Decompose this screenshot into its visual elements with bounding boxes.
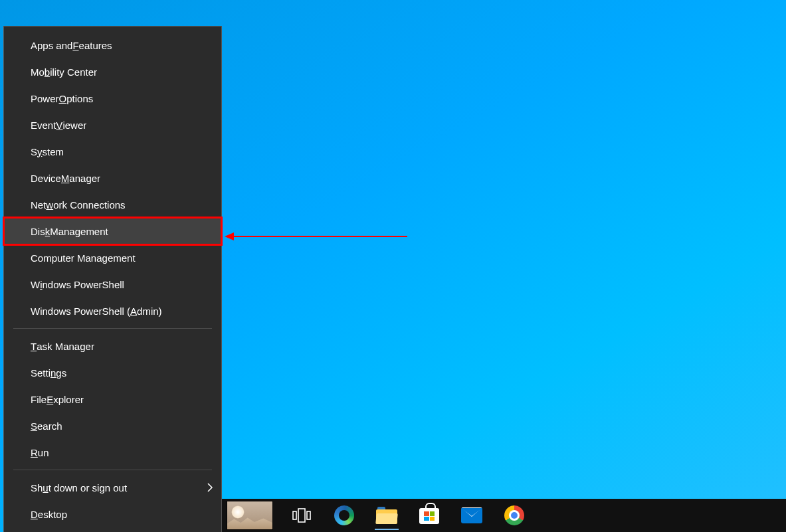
menu-item-label-pre: Net (31, 199, 46, 211)
taskbar-item-microsoft-store[interactable] (415, 501, 444, 530)
menu-item-shut-down-or-sign-out[interactable]: Shut down or sign out (4, 474, 221, 501)
chrome-icon (504, 505, 524, 525)
menu-item-search[interactable]: Search (4, 412, 221, 439)
mail-icon (461, 507, 482, 523)
svg-rect-3 (298, 509, 305, 522)
menu-item-power-options[interactable]: Power Options (4, 85, 221, 112)
menu-item-mnemonic: V (56, 120, 62, 131)
menu-item-mnemonic: A (130, 306, 137, 317)
menu-item-label-post: ement (108, 252, 136, 264)
menu-item-file-explorer[interactable]: File Explorer (4, 386, 221, 412)
svg-rect-4 (307, 511, 310, 519)
menu-item-label-post: dmin) (137, 306, 162, 317)
menu-item-label-post: stem (43, 146, 64, 157)
menu-item-mnemonic: T (31, 341, 37, 352)
menu-item-label-post: xplorer (53, 394, 84, 405)
menu-item-label-post: iewer (62, 120, 86, 131)
menu-item-label-pre: S (31, 146, 37, 157)
svg-marker-1 (225, 232, 234, 240)
taskbar-item-task-view-button[interactable] (287, 501, 316, 530)
menu-item-mnemonic: k (45, 226, 50, 237)
menu-item-label-pre: Sh (31, 482, 43, 493)
menu-item-device-manager[interactable]: Device Manager (4, 165, 221, 191)
menu-separator (13, 328, 212, 329)
menu-item-label-post: ndows PowerShell (43, 279, 124, 290)
menu-item-desktop[interactable]: Desktop (4, 501, 221, 527)
menu-item-run[interactable]: Run (4, 439, 221, 466)
menu-item-label-pre: Event (31, 120, 56, 131)
menu-item-system[interactable]: System (4, 138, 221, 165)
edge-icon (334, 505, 354, 525)
task-view-icon (292, 505, 312, 525)
taskbar-item-mail-app[interactable] (457, 501, 486, 530)
menu-item-label-post: ork Connections (53, 199, 125, 211)
menu-item-label-pre: Device (31, 173, 61, 184)
menu-item-settings[interactable]: Settings (4, 359, 221, 386)
menu-item-label-pre: Apps and (31, 40, 72, 51)
menu-item-label-post: Management (50, 226, 108, 237)
menu-item-computer-management[interactable]: Computer Management (4, 244, 221, 271)
menu-item-mnemonic: y (37, 146, 43, 157)
menu-item-mnemonic: O (59, 93, 67, 104)
menu-item-label-post: ptions (66, 93, 93, 104)
menu-item-label-pre: Power (31, 93, 59, 104)
taskbar-item-weather-widget[interactable] (226, 501, 274, 530)
menu-item-label-post: esktop (38, 509, 67, 520)
menu-item-mnemonic: M (61, 173, 70, 184)
menu-item-label-post: anager (69, 173, 100, 184)
menu-item-label-pre: Mo (31, 66, 45, 78)
menu-item-mnemonic: D (31, 509, 38, 520)
menu-item-windows-powershell-admin[interactable]: Windows PowerShell (Admin) (4, 298, 221, 324)
menu-item-label-post: t down or sign out (49, 482, 127, 493)
menu-item-mnemonic: b (45, 66, 50, 78)
menu-item-disk-management[interactable]: Disk Management (4, 218, 221, 244)
menu-item-mnemonic: w (46, 199, 53, 211)
taskbar-item-google-chrome[interactable] (500, 501, 529, 530)
menu-item-label-post: gs (56, 367, 66, 379)
menu-item-label-pre: Dis (31, 226, 45, 237)
weather-icon (227, 501, 273, 530)
menu-item-label-post: earch (37, 420, 62, 432)
menu-item-label-pre: File (31, 394, 47, 405)
svg-rect-2 (293, 511, 296, 519)
menu-item-mnemonic: E (47, 394, 53, 405)
menu-item-mnemonic: F (72, 40, 78, 51)
menu-item-label-post: un (38, 447, 49, 458)
menu-item-mnemonic: g (102, 252, 108, 264)
taskbar-item-file-explorer-app[interactable] (372, 501, 401, 530)
taskbar-item-edge-browser[interactable] (330, 501, 359, 530)
menu-separator (13, 470, 212, 470)
menu-item-label-pre: Windows PowerShell ( (31, 306, 130, 317)
microsoft-store-icon (419, 507, 439, 524)
menu-item-label-pre: Computer Mana (31, 252, 102, 264)
chevron-right-icon (207, 482, 213, 493)
annotation-arrow (225, 230, 411, 243)
winx-context-menu: Apps and FeaturesMobility CenterPower Op… (3, 26, 222, 532)
menu-item-label-post: eatures (79, 40, 112, 51)
menu-item-apps-and-features[interactable]: Apps and Features (4, 32, 221, 58)
menu-item-mnemonic: S (31, 420, 37, 432)
menu-item-label-post: ility Center (50, 66, 97, 78)
menu-item-windows-powershell[interactable]: Windows PowerShell (4, 271, 221, 298)
menu-item-mnemonic: R (31, 447, 38, 458)
menu-item-event-viewer[interactable]: Event Viewer (4, 112, 221, 138)
menu-item-mnemonic: u (43, 482, 48, 493)
menu-item-label-pre: W (31, 279, 40, 290)
menu-item-mnemonic: n (50, 367, 56, 379)
taskbar (222, 499, 786, 532)
file-explorer-icon (376, 507, 397, 524)
menu-item-mobility-center[interactable]: Mobility Center (4, 58, 221, 85)
menu-item-label-pre: Setti (31, 367, 50, 379)
menu-item-task-manager[interactable]: Task Manager (4, 333, 221, 359)
menu-item-label-post: ask Manager (37, 341, 94, 352)
menu-item-network-connections[interactable]: Network Connections (4, 191, 221, 218)
